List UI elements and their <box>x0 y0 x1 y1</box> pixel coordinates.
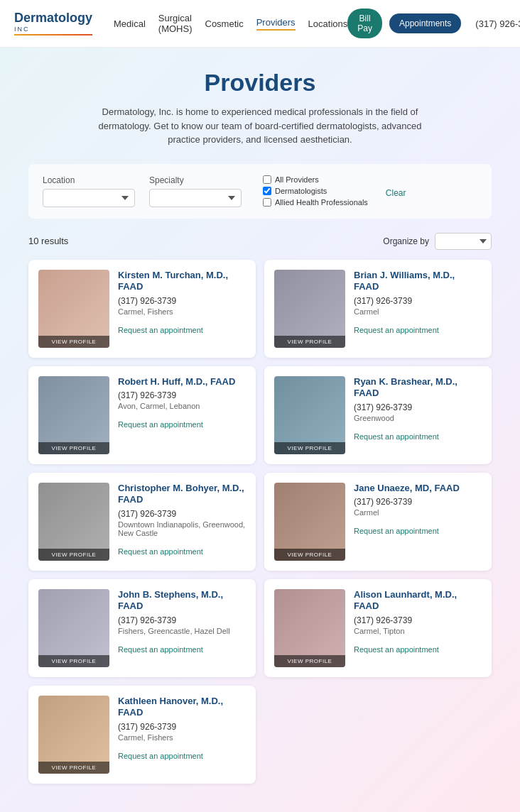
provider-name: John B. Stephens, M.D., FAAD <box>118 589 246 613</box>
request-appointment-link[interactable]: Request an appointment <box>354 645 439 654</box>
provider-info: John B. Stephens, M.D., FAAD (317) 926-3… <box>118 589 246 656</box>
provider-info: Jane Unaeze, MD, FAAD (317) 926-3739 Car… <box>354 483 482 537</box>
view-profile-button[interactable]: VIEW PROFILE <box>274 549 345 561</box>
provider-info: Christopher M. Bohyer, M.D., FAAD (317) … <box>118 483 246 558</box>
provider-photo-wrap: VIEW PROFILE <box>38 589 109 667</box>
provider-name: Kathleen Hanover, M.D., FAAD <box>118 696 246 720</box>
provider-phone: (317) 926-3739 <box>354 615 482 625</box>
view-profile-button[interactable]: VIEW PROFILE <box>38 549 109 561</box>
provider-name: Jane Unaeze, MD, FAAD <box>354 483 482 495</box>
provider-info: Robert H. Huff, M.D., FAAD (317) 926-373… <box>118 376 246 431</box>
request-appointment-link[interactable]: Request an appointment <box>118 547 203 556</box>
view-profile-button[interactable]: VIEW PROFILE <box>274 336 345 348</box>
provider-card: VIEW PROFILE Kathleen Hanover, M.D., FAA… <box>28 686 256 784</box>
provider-info: Alison Launhardt, M.D., FAAD (317) 926-3… <box>354 589 482 656</box>
provider-photo-wrap: VIEW PROFILE <box>38 376 109 454</box>
checkbox-dermatologists[interactable]: Dermatologists <box>263 187 368 195</box>
provider-photo-wrap: VIEW PROFILE <box>38 696 109 774</box>
provider-card: VIEW PROFILE Jane Unaeze, MD, FAAD (317)… <box>264 473 492 571</box>
provider-info: Brian J. Williams, M.D., FAAD (317) 926-… <box>354 270 482 336</box>
specialty-filter-group: Specialty <box>149 175 242 207</box>
organize-bar: Organize by <box>383 233 492 250</box>
provider-info: Kirsten M. Turchan, M.D., FAAD (317) 926… <box>118 270 246 336</box>
header-phone: (317) 926-3739 <box>475 18 520 29</box>
allied-health-checkbox[interactable] <box>263 198 271 207</box>
provider-card: VIEW PROFILE Alison Launhardt, M.D., FAA… <box>264 579 492 677</box>
appointments-button[interactable]: Appointments <box>389 13 461 33</box>
view-profile-button[interactable]: VIEW PROFILE <box>38 655 109 667</box>
view-profile-button[interactable]: VIEW PROFILE <box>38 762 109 774</box>
page-subtitle: Dermatology, Inc. is home to experienced… <box>82 105 438 147</box>
request-appointment-link[interactable]: Request an appointment <box>354 527 439 535</box>
provider-phone: (317) 926-3739 <box>118 509 246 519</box>
site-header: Dermatology INC Medical Surgical (MOHS) … <box>0 0 520 48</box>
request-appointment-link[interactable]: Request an appointment <box>118 326 203 334</box>
provider-phone: (317) 926-3739 <box>354 402 482 412</box>
provider-location: Carmel, Tipton <box>354 627 482 635</box>
all-providers-label: All Providers <box>275 175 319 184</box>
view-profile-button[interactable]: VIEW PROFILE <box>38 336 109 348</box>
request-appointment-link[interactable]: Request an appointment <box>354 326 439 334</box>
organize-label: Organize by <box>383 236 429 246</box>
provider-card: VIEW PROFILE John B. Stephens, M.D., FAA… <box>28 579 256 677</box>
provider-phone: (317) 926-3739 <box>118 390 246 400</box>
request-appointment-link[interactable]: Request an appointment <box>354 432 439 441</box>
checkbox-allied-health[interactable]: Allied Health Professionals <box>263 198 368 207</box>
view-profile-button[interactable]: VIEW PROFILE <box>274 442 345 454</box>
nav-medical[interactable]: Medical <box>114 18 146 29</box>
provider-card: VIEW PROFILE Brian J. Williams, M.D., FA… <box>264 260 492 358</box>
providers-grid: VIEW PROFILE Kirsten M. Turchan, M.D., F… <box>28 260 492 784</box>
request-appointment-link[interactable]: Request an appointment <box>118 752 203 760</box>
provider-name: Christopher M. Bohyer, M.D., FAAD <box>118 483 246 507</box>
nav-cosmetic[interactable]: Cosmetic <box>205 18 244 29</box>
provider-phone: (317) 926-3739 <box>354 497 482 507</box>
provider-phone: (317) 926-3739 <box>118 296 246 306</box>
provider-name: Ryan K. Brashear, M.D., FAAD <box>354 376 482 400</box>
provider-card: VIEW PROFILE Kirsten M. Turchan, M.D., F… <box>28 260 256 358</box>
clear-filters-link[interactable]: Clear <box>386 188 406 198</box>
checkbox-all-providers[interactable]: All Providers <box>263 175 368 184</box>
request-appointment-link[interactable]: Request an appointment <box>118 420 203 429</box>
dermatologists-label: Dermatologists <box>275 187 327 195</box>
provider-phone: (317) 926-3739 <box>354 296 482 306</box>
all-providers-checkbox[interactable] <box>263 175 271 184</box>
provider-info: Kathleen Hanover, M.D., FAAD (317) 926-3… <box>118 696 246 762</box>
header-actions: Bill Pay Appointments (317) 926-3739 <box>347 9 520 38</box>
nav-providers[interactable]: Providers <box>256 17 296 31</box>
provider-info: Ryan K. Brashear, M.D., FAAD (317) 926-3… <box>354 376 482 443</box>
location-select[interactable] <box>43 189 135 207</box>
provider-location: Avon, Carmel, Lebanon <box>118 402 246 410</box>
results-bar: 10 results Organize by <box>28 233 492 250</box>
nav-locations[interactable]: Locations <box>308 18 348 29</box>
main-content: Providers Dermatology, Inc. is home to e… <box>0 48 520 812</box>
specialty-select[interactable] <box>149 189 242 207</box>
provider-name: Robert H. Huff, M.D., FAAD <box>118 376 246 388</box>
specialty-filter-label: Specialty <box>149 175 242 185</box>
organize-select[interactable] <box>435 233 492 250</box>
provider-name: Brian J. Williams, M.D., FAAD <box>354 270 482 294</box>
nav-surgical[interactable]: Surgical (MOHS) <box>158 13 193 34</box>
provider-type-checkboxes: All Providers Dermatologists Allied Heal… <box>263 175 368 207</box>
provider-photo-wrap: VIEW PROFILE <box>274 270 345 348</box>
provider-card: VIEW PROFILE Robert H. Huff, M.D., FAAD … <box>28 366 256 464</box>
provider-location: Carmel <box>354 307 482 316</box>
provider-phone: (317) 926-3739 <box>118 615 246 625</box>
results-count: 10 results <box>28 236 68 246</box>
view-profile-button[interactable]: VIEW PROFILE <box>274 655 345 667</box>
location-filter-group: Location <box>43 175 135 207</box>
bill-pay-button[interactable]: Bill Pay <box>347 9 382 38</box>
provider-location: Fishers, Greencastle, Hazel Dell <box>118 627 246 635</box>
page-title: Providers <box>28 69 492 97</box>
provider-location: Carmel, Fishers <box>118 733 246 742</box>
request-appointment-link[interactable]: Request an appointment <box>118 645 203 654</box>
view-profile-button[interactable]: VIEW PROFILE <box>38 442 109 454</box>
logo-sub: INC <box>14 26 92 33</box>
dermatologists-checkbox[interactable] <box>263 187 271 195</box>
logo[interactable]: Dermatology INC <box>14 11 92 35</box>
provider-location: Carmel, Fishers <box>118 307 246 316</box>
location-filter-label: Location <box>43 175 135 185</box>
provider-card: VIEW PROFILE Ryan K. Brashear, M.D., FAA… <box>264 366 492 464</box>
provider-photo-wrap: VIEW PROFILE <box>38 483 109 561</box>
provider-name: Alison Launhardt, M.D., FAAD <box>354 589 482 613</box>
logo-text: Dermatology <box>14 11 92 26</box>
